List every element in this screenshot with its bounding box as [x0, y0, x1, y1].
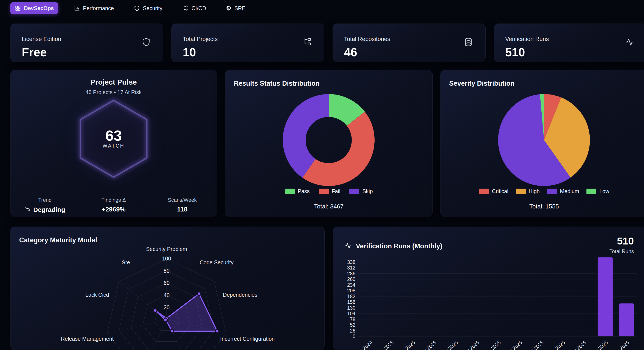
nav-item-devsecops[interactable]: DevSecOps	[10, 2, 58, 14]
svg-text:80: 80	[164, 268, 170, 274]
stat-label: Verification Runs	[505, 36, 549, 43]
nav-item-cicd[interactable]: CI/CD	[178, 2, 210, 14]
legend-label: Low	[600, 188, 609, 195]
svg-text:52: 52	[350, 322, 356, 328]
chart-legend: Pass Fail Skip	[225, 188, 432, 195]
pulse-stat-scans: Scans/Week 118	[148, 197, 216, 214]
bar-chart-icon	[74, 5, 80, 12]
nav-item-performance[interactable]: Performance	[70, 2, 118, 14]
svg-text:Sep 2025: Sep 2025	[546, 339, 566, 350]
stat-value: Degrading	[33, 206, 65, 213]
stat-label: Total Repositories	[344, 36, 390, 43]
legend-swatch	[479, 189, 489, 194]
nav-item-label: Performance	[83, 5, 114, 12]
svg-text:156: 156	[347, 299, 356, 305]
nav-item-label: Security	[143, 5, 162, 12]
severity-pie-chart[interactable]	[440, 70, 644, 217]
legend-label: High	[529, 188, 540, 195]
nav-item-sre[interactable]: ⚙ SRE	[222, 3, 250, 14]
svg-text:Security Problem: Security Problem	[146, 246, 187, 252]
stat-card-license: License Edition Free	[10, 24, 163, 62]
svg-text:Jun 2025: Jun 2025	[483, 339, 502, 350]
chart-total: Total: 3467	[225, 203, 432, 210]
legend-item-skip[interactable]: Skip	[349, 188, 373, 195]
results-status-donut-chart[interactable]	[225, 70, 432, 217]
svg-text:208: 208	[347, 288, 356, 293]
svg-text:Dependencies: Dependencies	[223, 292, 257, 298]
pulse-stats-row: Trend Degrading Findings Δ +2969% Scans/…	[10, 197, 216, 214]
legend-item-medium[interactable]: Medium	[547, 188, 579, 195]
svg-text:Incorrect Configuration: Incorrect Configuration	[220, 336, 275, 342]
legend-label: Pass	[298, 188, 310, 195]
legend-swatch	[516, 189, 526, 194]
grid-icon	[15, 5, 21, 12]
legend-item-high[interactable]: High	[516, 188, 540, 195]
svg-text:286: 286	[347, 271, 356, 276]
svg-text:Dec 2024: Dec 2024	[354, 339, 373, 350]
pulse-score: 63	[10, 127, 216, 144]
svg-text:May 2025: May 2025	[460, 339, 480, 350]
svg-text:Apr 2025: Apr 2025	[440, 339, 459, 350]
shield-icon	[141, 37, 151, 48]
legend-item-pass[interactable]: Pass	[285, 188, 310, 195]
stat-label: Trend	[10, 197, 79, 203]
chart-legend: Critical High Medium Low	[440, 188, 644, 195]
svg-text:0: 0	[352, 333, 356, 339]
top-nav: DevSecOps Performance Security CI/CD ⚙ S…	[10, 3, 250, 14]
svg-text:Code Security: Code Security	[200, 259, 234, 265]
activity-icon	[624, 37, 634, 48]
severity-panel: Severity Distribution Critical High Medi…	[440, 70, 644, 217]
legend-item-low[interactable]: Low	[586, 188, 609, 195]
stat-value: Free	[22, 45, 47, 59]
category-maturity-radar-chart[interactable]: 20406080100Security ProblemCode Security…	[10, 227, 324, 350]
verification-runs-bar-chart[interactable]: 0265278104130156182208234260286312338Dec…	[333, 227, 644, 350]
stat-label: Total Projects	[183, 36, 218, 43]
shield-icon	[134, 5, 140, 12]
svg-text:338: 338	[347, 259, 356, 265]
pulse-status-label: WATCH	[10, 143, 216, 149]
svg-text:Oct 2025: Oct 2025	[569, 339, 588, 350]
stat-value: 10	[183, 45, 196, 59]
nav-item-label: DevSecOps	[24, 5, 54, 12]
stat-value: 510	[505, 45, 525, 59]
nav-item-label: CI/CD	[192, 5, 206, 12]
svg-text:182: 182	[347, 294, 356, 299]
legend-label: Medium	[560, 188, 579, 195]
legend-swatch	[586, 189, 596, 194]
legend-swatch	[285, 189, 295, 194]
stat-value: 118	[177, 206, 187, 213]
legend-item-critical[interactable]: Critical	[479, 188, 508, 195]
stat-label: Scans/Week	[148, 197, 216, 203]
legend-label: Critical	[492, 188, 508, 195]
nav-item-security[interactable]: Security	[129, 2, 166, 14]
database-icon	[464, 37, 473, 48]
category-maturity-panel: Category Maturity Model 20406080100Secur…	[10, 227, 324, 350]
pulse-stat-findings: Findings Δ +2969%	[79, 197, 148, 214]
nav-item-label: SRE	[234, 5, 245, 12]
stat-label: Findings Δ	[79, 197, 148, 203]
svg-text:Mar 2025: Mar 2025	[418, 339, 438, 350]
svg-text:20: 20	[164, 304, 170, 310]
chart-total: Total: 1555	[440, 203, 644, 210]
legend-label: Skip	[362, 188, 373, 195]
svg-text:Sre: Sre	[122, 259, 130, 265]
project-pulse-panel: Project Pulse 46 Projects • 17 At Risk 6…	[10, 70, 217, 217]
pulse-stat-trend: Trend Degrading	[10, 197, 79, 214]
svg-text:130: 130	[347, 305, 356, 311]
svg-text:260: 260	[347, 276, 356, 282]
legend-swatch	[319, 189, 329, 194]
svg-text:Release Management: Release Management	[61, 336, 114, 342]
svg-text:78: 78	[350, 316, 356, 322]
git-branch-icon	[182, 5, 188, 12]
svg-text:Nov 2025: Nov 2025	[590, 339, 609, 350]
results-status-panel: Results Status Distribution Pass Fail Sk…	[225, 70, 432, 217]
svg-text:100: 100	[162, 255, 171, 262]
svg-text:Jul 2025: Jul 2025	[506, 339, 523, 350]
stat-card-repositories: Total Repositories 46	[332, 24, 486, 62]
verification-runs-panel: Verification Runs (Monthly) 510 Total Ru…	[333, 227, 644, 350]
stat-label: License Edition	[22, 36, 61, 43]
legend-item-fail[interactable]: Fail	[319, 188, 340, 195]
legend-swatch	[547, 189, 557, 194]
stat-card-projects: Total Projects 10	[171, 24, 324, 62]
svg-text:26: 26	[350, 328, 356, 333]
